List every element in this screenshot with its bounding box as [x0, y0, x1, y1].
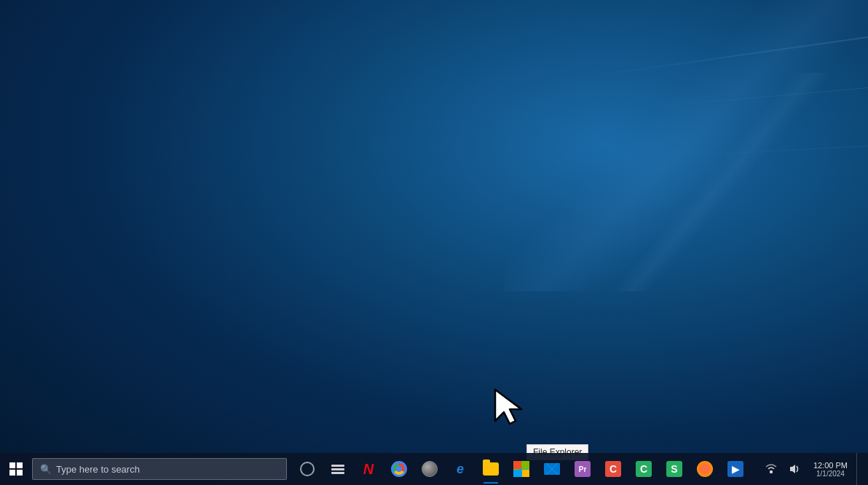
cortana-icon: [300, 462, 315, 476]
premiere-icon: Pr: [575, 461, 591, 477]
search-icon: 🔍: [40, 464, 52, 475]
clock-date: 1/1/2024: [816, 470, 845, 478]
tray-volume-icon[interactable]: [784, 453, 805, 485]
search-placeholder: Type here to search: [56, 464, 140, 475]
tv-bar-1: [331, 465, 344, 467]
taskbar-icon-firefox[interactable]: [690, 453, 719, 485]
taskbar-icon-cortana[interactable]: [293, 453, 322, 485]
svg-rect-1: [770, 470, 773, 473]
logo-pane-br: [17, 470, 23, 476]
store-q4: [522, 470, 530, 478]
desktop: File Explorer 🔍 Type here to search: [0, 0, 868, 485]
system-tray: 12:00 PM 1/1/2024: [761, 453, 868, 485]
chrome-center: [396, 466, 402, 472]
taskbar-apps: N e: [293, 453, 761, 485]
taskbar-icon-ie[interactable]: e: [446, 453, 475, 485]
store-q3: [513, 470, 521, 478]
taskbar-icon-chrome[interactable]: [384, 453, 414, 485]
windows-logo-icon: [9, 462, 23, 476]
mail-icon: [544, 463, 560, 475]
logo-pane-tr: [17, 462, 23, 468]
taskbar-icon-c-red[interactable]: C: [599, 453, 628, 485]
tv-bar-3: [331, 472, 344, 474]
tray-network-icon[interactable]: [761, 453, 781, 485]
taskbar-icon-task-view[interactable]: [323, 453, 352, 485]
folder-icon: [483, 462, 499, 476]
svg-marker-2: [790, 465, 795, 473]
blue-arrow-icon: ▶: [727, 461, 743, 477]
taskbar-icon-store[interactable]: [507, 453, 536, 485]
system-clock[interactable]: 12:00 PM 1/1/2024: [808, 453, 853, 485]
decorative-streak-3: [650, 146, 868, 158]
taskbar-icon-c-green[interactable]: C: [629, 453, 658, 485]
netflix-icon: N: [363, 461, 374, 478]
clock-time: 12:00 PM: [813, 461, 848, 470]
ie-icon: e: [457, 462, 464, 477]
obs-icon: [422, 461, 438, 477]
store-q1: [513, 461, 521, 469]
taskbar-icon-premiere[interactable]: Pr: [568, 453, 597, 485]
taskbar: 🔍 Type here to search N: [0, 453, 868, 485]
store-icon: [513, 461, 529, 477]
firefox-icon: [697, 461, 713, 477]
mail-v: [544, 463, 560, 475]
taskbar-icon-s-green[interactable]: S: [660, 453, 689, 485]
tv-bar-2: [331, 468, 344, 470]
search-bar[interactable]: 🔍 Type here to search: [32, 458, 287, 480]
taskbar-icon-blue-app[interactable]: ▶: [721, 453, 750, 485]
task-view-icon: [331, 465, 344, 474]
taskbar-icon-netflix[interactable]: N: [354, 453, 383, 485]
c-green-icon: C: [636, 461, 652, 477]
taskbar-icon-obs[interactable]: [415, 453, 444, 485]
store-q2: [522, 461, 530, 469]
s-green-icon: S: [666, 461, 682, 477]
show-desktop-button[interactable]: [856, 453, 862, 485]
taskbar-icon-file-explorer[interactable]: [476, 453, 505, 485]
svg-marker-0: [495, 390, 521, 424]
taskbar-icon-mail[interactable]: [537, 453, 567, 485]
chrome-icon: [391, 461, 407, 477]
c-red-icon: C: [605, 461, 621, 477]
decorative-streak-1: [580, 36, 868, 79]
start-button[interactable]: [0, 453, 32, 485]
mouse-cursor: [488, 386, 524, 426]
decorative-streak-2: [614, 87, 868, 111]
logo-pane-bl: [9, 470, 15, 476]
logo-pane-tl: [9, 462, 15, 468]
